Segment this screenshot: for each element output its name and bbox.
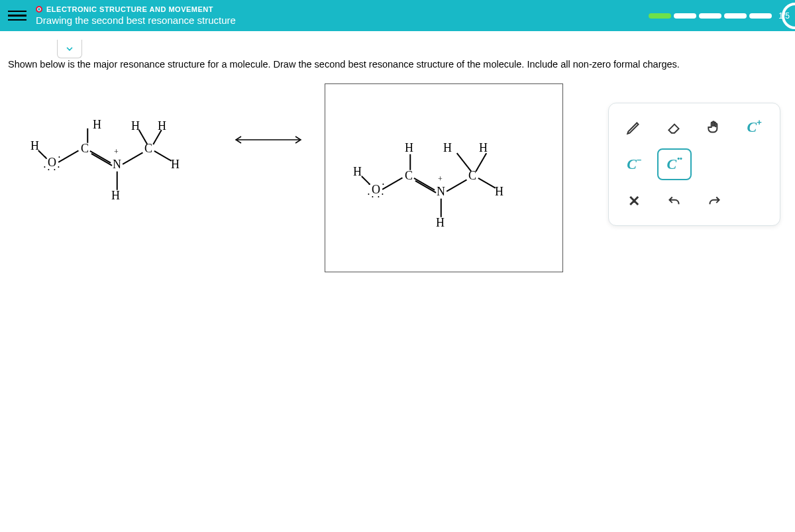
redo-button[interactable] xyxy=(697,186,732,217)
chevron-down-icon xyxy=(65,44,74,54)
pencil-icon xyxy=(625,119,643,136)
carbon-minus-tool[interactable]: C– xyxy=(617,148,652,180)
undo-icon xyxy=(666,193,683,210)
progress-wrap: 1/5 xyxy=(649,11,790,21)
carbon-minus-label: C xyxy=(627,157,637,172)
carbon-plus-tool[interactable]: C+ xyxy=(737,111,772,143)
hand-tool[interactable] xyxy=(697,111,732,143)
carbon-plus-label: C xyxy=(747,120,757,134)
tool-panel: C+ C– C•• ✕ xyxy=(608,103,780,226)
pencil-tool[interactable] xyxy=(617,111,652,143)
header-bar: ELECTRONIC STRUCTURE AND MOVEMENT Drawin… xyxy=(0,0,795,31)
close-icon: ✕ xyxy=(628,194,640,209)
carbon-lonepair-label: C xyxy=(667,157,677,172)
molecule-left: O • • • • • • H C H N + H C H H H xyxy=(26,87,212,219)
record-dot-icon xyxy=(36,6,42,13)
hand-icon xyxy=(706,119,723,136)
chapter-title: ELECTRONIC STRUCTURE AND MOVEMENT xyxy=(36,5,236,13)
menu-icon[interactable] xyxy=(8,7,26,25)
collapse-toggle[interactable] xyxy=(57,40,82,58)
chapter-text: ELECTRONIC STRUCTURE AND MOVEMENT xyxy=(46,5,213,13)
clear-button[interactable]: ✕ xyxy=(617,186,652,217)
question-prompt: Shown below is the major resonance struc… xyxy=(0,31,795,70)
eraser-icon xyxy=(666,119,683,136)
next-round-button[interactable] xyxy=(782,3,795,29)
carbon-lonepair-tool[interactable]: C•• xyxy=(657,148,692,180)
molecule-right: O • • • • • • H C H N + H C H H xyxy=(339,114,524,246)
resonance-arrow-icon xyxy=(232,133,305,146)
undo-button[interactable] xyxy=(657,186,692,217)
eraser-tool[interactable] xyxy=(657,111,692,143)
progress-bar xyxy=(649,13,772,19)
title-block: ELECTRONIC STRUCTURE AND MOVEMENT Drawin… xyxy=(36,5,236,26)
drawing-canvas[interactable]: O • • • • • • H C H N + H C H H xyxy=(325,83,563,272)
redo-icon xyxy=(706,193,723,210)
lesson-title: Drawing the second best resonance struct… xyxy=(36,15,236,26)
